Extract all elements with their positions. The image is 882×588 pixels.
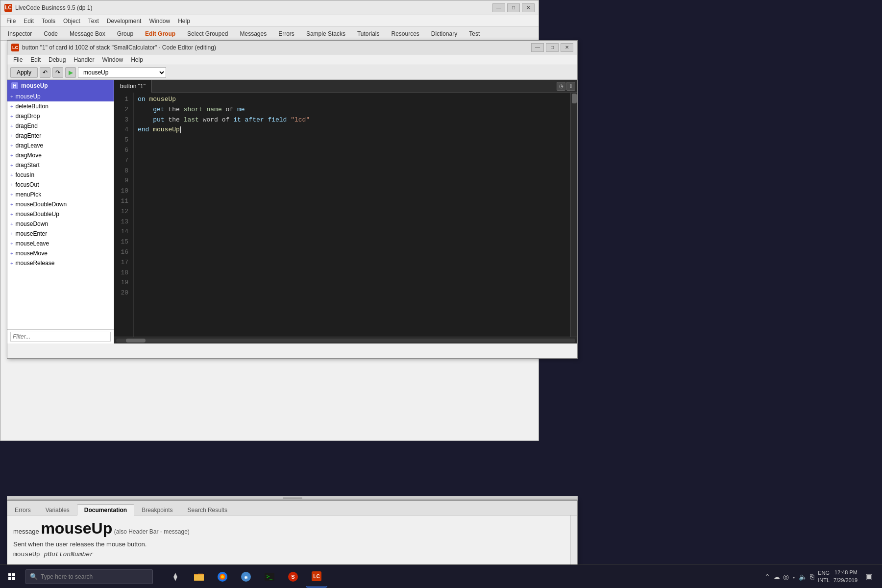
language-indicator[interactable]: ENG INTL [818,569,830,584]
taskbar-browser2[interactable]: e [235,566,257,588]
menu-development[interactable]: Development [103,15,146,27]
close-main-btn[interactable]: ✕ [522,3,535,12]
handler-item-dragleave[interactable]: + dragLeave [7,141,114,150]
code-vertical-scrollbar[interactable] [570,93,577,337]
handler-item-focusout[interactable]: + focusOut [7,180,114,190]
nav-select-grouped[interactable]: Select Grouped [182,28,233,40]
nav-resources[interactable]: Resources [386,28,425,40]
tab-expand-icon[interactable]: ⇧ [566,82,575,91]
panel-separator[interactable] [7,496,578,500]
cloud-icon[interactable]: ☁ [773,573,780,581]
handler-item-dragend[interactable]: + dragEnd [7,121,114,131]
taskbar-app5[interactable]: S [282,566,304,588]
code-text-content[interactable]: on mouseUp get the short name of me put … [134,93,570,337]
taskbar-terminal[interactable]: >_ [259,566,280,588]
handler-item-dragenter[interactable]: + dragEnter [7,131,114,141]
handler-item-mouseleave[interactable]: + mouseLeave [7,239,114,248]
run-icon[interactable]: ▶ [65,67,76,78]
editor-close-btn[interactable]: ✕ [561,43,573,52]
handler-item-dragstart[interactable]: + dragStart [7,160,114,170]
speaker-icon[interactable]: 🔈 [799,573,807,581]
code-tab-button1[interactable]: button "1" [114,80,152,93]
editor-maximize-btn[interactable]: □ [546,43,559,52]
handler-item-mousedoubleup[interactable]: + mouseDoubleUp [7,209,114,219]
handler-item-mousemove[interactable]: + mouseMove [7,248,114,258]
doc-tab-bar: Errors Variables Documentation Breakpoin… [7,501,577,515]
editor-menu-debug[interactable]: Debug [45,54,70,66]
main-title-bar: LC LiveCode Business 9.5 (dp 1) — □ ✕ [0,0,539,15]
taskbar: 🔍 Type here to search ⧫ [0,564,882,588]
menu-object[interactable]: Object [59,15,84,27]
menu-help[interactable]: Help [174,15,194,27]
start-button[interactable] [0,565,24,588]
handler-item-mouseenter[interactable]: + mouseEnter [7,229,114,239]
nav-edit-group[interactable]: Edit Group [140,28,181,40]
system-tray-icons: ⌃ ☁ ◎ ⬩ 🔈 ⎘ [764,573,814,581]
handler-item-mouserelease[interactable]: + mouseRelease [7,258,114,268]
system-clock[interactable]: 12:48 PM 7/29/2019 [833,569,858,584]
tab-errors[interactable]: Errors [7,504,38,515]
editor-title-controls: — □ ✕ [531,43,573,52]
handler-item-mousedown[interactable]: + mouseDown [7,219,114,229]
menu-file[interactable]: File [2,15,20,27]
nav-group[interactable]: Group [112,28,139,40]
nav-message-box[interactable]: Message Box [64,28,111,40]
doc-message-label: message mouseUp (also Header Bar - messa… [13,519,571,538]
taskbar-search-bar[interactable]: 🔍 Type here to search [25,569,153,584]
tab-history-icon[interactable]: ◷ [557,82,565,91]
tab-breakpoints[interactable]: Breakpoints [134,504,180,515]
handler-item-dragdrop[interactable]: + dragDrop [7,111,114,121]
tab-documentation[interactable]: Documentation [77,504,134,515]
notification-button[interactable]: ▣ [861,566,876,588]
taskbar-task-view[interactable]: ⧫ [165,566,186,588]
taskbar-livecode[interactable]: LC [306,566,327,588]
nav-test[interactable]: Test [464,28,485,40]
code-content-area[interactable]: 12345 678910 1112131415 1617181920 on mo… [114,93,577,337]
handler-items-list[interactable]: + mouseUp + deleteButton + dragDrop + dr… [7,92,114,329]
editor-menu-window[interactable]: Window [98,54,127,66]
apply-button[interactable]: Apply [10,67,38,78]
nav-dictionary[interactable]: Dictionary [426,28,463,40]
handler-list-header: H mouseUp [7,80,114,92]
editor-menu-file[interactable]: File [9,54,26,66]
handler-item-menupick[interactable]: + menuPick [7,190,114,199]
globe-icon[interactable]: ◎ [783,573,789,581]
editor-menu-help[interactable]: Help [127,54,147,66]
handler-item-dragmove[interactable]: + dragMove [7,150,114,160]
redo-icon[interactable]: ↷ [52,67,63,78]
handler-dropdown[interactable]: mouseUp [78,67,166,78]
handler-item-mouseup[interactable]: + mouseUp [7,92,114,101]
handler-item-mousedoubledown[interactable]: + mouseDoubleDown [7,199,114,209]
taskbar-app-icons: ⧫ e [165,566,327,588]
menu-text[interactable]: Text [84,15,103,27]
taskbar-file-explorer[interactable] [188,566,210,588]
menu-window[interactable]: Window [145,15,174,27]
nav-tutorials[interactable]: Tutorials [352,28,385,40]
editor-minimize-btn[interactable]: — [531,43,544,52]
main-menu-bar: File Edit Tools Object Text Development … [0,15,539,27]
network-icon[interactable]: ⎘ [810,573,814,581]
editor-menu-edit[interactable]: Edit [26,54,45,66]
nav-errors[interactable]: Errors [273,28,300,40]
handler-item-deletebutton[interactable]: + deleteButton [7,101,114,111]
nav-inspector[interactable]: Inspector [2,28,37,40]
nav-sample-stacks[interactable]: Sample Stacks [301,28,351,40]
handler-filter-input[interactable] [10,332,111,342]
editor-menu-handler[interactable]: Handler [70,54,98,66]
minimize-btn[interactable]: — [492,3,505,12]
menu-edit[interactable]: Edit [20,15,38,27]
nav-messages[interactable]: Messages [235,28,272,40]
tab-variables[interactable]: Variables [38,504,77,515]
tab-search-results[interactable]: Search Results [180,504,235,515]
chevron-up-icon[interactable]: ⌃ [764,573,770,581]
menu-tools[interactable]: Tools [38,15,59,27]
handler-item-focusin[interactable]: + focusIn [7,170,114,180]
plus-icon: + [10,172,13,178]
code-horizontal-scrollbar[interactable] [114,337,577,343]
dropbox-icon[interactable]: ⬩ [792,573,796,581]
nav-code[interactable]: Code [38,28,63,40]
taskbar-firefox[interactable] [212,566,233,588]
undo-icon[interactable]: ↶ [40,67,50,78]
maximize-btn[interactable]: □ [507,3,520,12]
plus-icon: + [10,241,13,246]
